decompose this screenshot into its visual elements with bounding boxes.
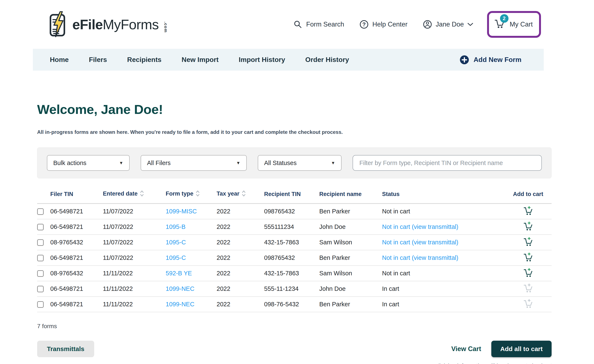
form-type-link[interactable]: 1099-NEC [166, 301, 194, 308]
view-cart-link[interactable]: View Cart [451, 345, 481, 353]
forms-table: Filer TIN Entered date Form type Tax yea… [37, 186, 552, 312]
sort-icon[interactable] [140, 190, 144, 199]
my-cart-button[interactable]: 2 My Cart [494, 19, 533, 30]
cart-icon-wrapper: 2 [494, 19, 505, 30]
cell-status: Not in cart [382, 266, 505, 281]
top-header: eFileMyForms .com Form Search ? Help Cen… [0, 0, 594, 49]
dropdown-arrow-icon: ▼ [331, 161, 335, 165]
form-type-link[interactable]: 592-B YE [166, 270, 192, 276]
cell-filer-tin: 08-9765432 [50, 235, 103, 250]
plus-circle-icon [459, 55, 469, 65]
user-icon [423, 20, 432, 29]
filter-bar: Bulk actions ▼ All Filers ▼ All Statuses… [37, 148, 552, 178]
cell-recipient-tin: 432-15-7863 [264, 235, 319, 250]
add-to-cart-icon [523, 206, 533, 216]
row-checkbox[interactable] [37, 255, 44, 261]
nav-item-import-history[interactable]: Import History [239, 56, 285, 64]
footer-actions: Transmittals View Cart Add all to cart [37, 341, 552, 357]
sort-icon[interactable] [242, 190, 246, 199]
add-new-form-button[interactable]: Add New Form [459, 55, 521, 65]
transmittals-button[interactable]: Transmittals [37, 341, 94, 357]
row-checkbox[interactable] [37, 270, 44, 277]
cell-add-to-cart [505, 235, 552, 250]
nav-item-home[interactable]: Home [50, 56, 69, 64]
help-center-link[interactable]: ? Help Center [359, 20, 407, 29]
cell-status: Not in cart [382, 204, 505, 219]
nav-item-order-history[interactable]: Order History [305, 56, 349, 64]
add-to-cart-button[interactable] [523, 252, 533, 262]
form-type-link[interactable]: 1095-C [166, 254, 186, 261]
cell-form-type: 1095-C [166, 250, 216, 266]
cell-recipient-name: Ben Parker [319, 204, 382, 219]
column-label: Filer TIN [50, 191, 73, 197]
add-to-cart-button[interactable] [523, 221, 533, 231]
all-statuses-dropdown[interactable]: All Statuses ▼ [258, 155, 342, 171]
cell-checkbox [37, 250, 50, 266]
form-search-link[interactable]: Form Search [293, 20, 344, 29]
row-checkbox[interactable] [37, 286, 44, 292]
cell-filer-tin: 06-5498721 [50, 204, 103, 219]
add-all-to-cart-button[interactable]: Add all to cart [491, 341, 552, 357]
add-to-cart-button[interactable] [523, 237, 533, 247]
cell-add-to-cart [505, 219, 552, 235]
form-type-link[interactable]: 1095-C [166, 239, 186, 246]
cell-add-to-cart [505, 281, 552, 297]
nav-item-recipients[interactable]: Recipients [127, 56, 162, 64]
form-type-link[interactable]: 1095-B [166, 223, 186, 230]
cell-checkbox [37, 235, 50, 250]
cell-form-type: 1095-B [166, 219, 216, 235]
header-utility-nav: Form Search ? Help Center Jane Doe [293, 11, 541, 38]
bulk-actions-value: Bulk actions [53, 160, 86, 167]
dropdown-arrow-icon: ▼ [236, 161, 240, 165]
form-type-link[interactable]: 1099-NEC [166, 285, 194, 292]
nav-item-new-import[interactable]: New Import [182, 56, 218, 64]
main-content: Welcome, Jane Doe! All in-progress forms… [0, 102, 594, 364]
page-title: Welcome, Jane Doe! [37, 102, 552, 117]
cell-checkbox [37, 266, 50, 281]
add-to-cart-button[interactable] [523, 268, 533, 277]
column-label: Status [382, 191, 400, 197]
row-checkbox[interactable] [37, 301, 44, 308]
nav-item-filers[interactable]: Filers [89, 56, 107, 64]
row-checkbox[interactable] [37, 239, 44, 246]
form-type-link[interactable]: 1099-MISC [166, 208, 197, 215]
table-header-row: Filer TIN Entered date Form type Tax yea… [37, 186, 552, 204]
brand-logo: eFileMyForms .com [48, 11, 168, 38]
header-checkbox-spacer [37, 186, 50, 204]
add-to-cart-icon [523, 252, 533, 262]
row-checkbox[interactable] [37, 224, 44, 230]
column-form-type[interactable]: Form type [166, 186, 216, 204]
table-row: 06-5498721 11/11/2022 1099-NEC 2022 555-… [37, 281, 552, 297]
dropdown-arrow-icon: ▼ [119, 161, 123, 165]
cell-entered-date: 11/07/2022 [103, 235, 166, 250]
all-filers-dropdown[interactable]: All Filers ▼ [141, 155, 247, 171]
add-to-cart-icon [523, 221, 533, 231]
cell-recipient-name: Sam Wilson [319, 266, 382, 281]
bulk-actions-dropdown[interactable]: Bulk actions ▼ [47, 155, 130, 171]
my-cart-label: My Cart [510, 20, 533, 28]
filter-search-input[interactable] [353, 155, 542, 171]
column-label: Add to cart [513, 191, 543, 197]
column-label: Tax year [216, 190, 240, 197]
add-to-cart-button[interactable] [523, 206, 533, 216]
column-label: Recipient name [319, 191, 362, 197]
cell-tax-year: 2022 [216, 250, 264, 266]
cell-form-type: 592-B YE [166, 266, 216, 281]
cell-recipient-name: John Doe [319, 219, 382, 235]
column-entered-date[interactable]: Entered date [103, 186, 166, 204]
add-to-cart-button[interactable] [523, 299, 533, 308]
cart-actions: View Cart Add all to cart [451, 341, 552, 357]
column-tax-year[interactable]: Tax year [216, 186, 264, 204]
sort-icon[interactable] [196, 190, 200, 199]
cell-status: Not in cart (view transmittal) [382, 235, 505, 250]
add-to-cart-button[interactable] [523, 283, 533, 293]
cell-checkbox [37, 297, 50, 312]
row-checkbox[interactable] [37, 208, 44, 215]
cell-status: In cart [382, 297, 505, 312]
brand-suffix: .com [163, 22, 168, 33]
forms-table-body: 06-5498721 11/07/2022 1099-MISC 2022 098… [37, 204, 552, 312]
cell-tax-year: 2022 [216, 281, 264, 297]
user-menu[interactable]: Jane Doe [423, 20, 473, 29]
cell-recipient-tin: 098765432 [264, 204, 319, 219]
page-subtitle: All in-progress forms are shown here. Wh… [37, 129, 552, 135]
